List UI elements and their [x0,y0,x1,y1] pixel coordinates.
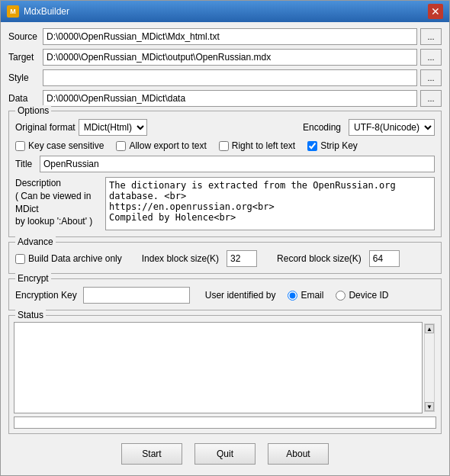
style-row: Style ... [8,69,442,86]
options-group: Options Original format MDict(Html) Enco… [8,111,442,237]
style-label: Style [8,72,43,83]
checkboxes-row: Key case sensitive Allow export to text … [15,140,435,151]
encryption-key-label: Encryption Key [15,290,77,301]
original-format-label: Original format [15,122,76,133]
index-block-label: Index block size(K) [142,253,219,264]
status-scrollbar[interactable]: ▲ ▼ [424,323,435,412]
export-text-checkbox[interactable] [116,141,126,151]
start-button[interactable]: Start [121,443,182,465]
description-input[interactable]: The dictionary is extracted from the Ope… [105,177,435,230]
title-bar-left: M MdxBuilder [7,5,69,18]
description-row: Description( Can be viewed in MDictby lo… [15,177,435,230]
advance-group-title: Advance [15,236,56,247]
data-input[interactable] [43,90,417,107]
advance-group: Advance Build Data archive only Index bl… [8,242,442,274]
title-bar: M MdxBuilder ✕ [1,1,449,22]
rtl-item[interactable]: Right to left text [219,140,295,151]
advance-row: Build Data archive only Index block size… [15,250,435,267]
key-case-item[interactable]: Key case sensitive [15,140,104,151]
data-browse-button[interactable]: ... [420,90,442,107]
email-label: Email [301,290,323,301]
device-id-radio[interactable] [336,291,346,301]
source-browse-button[interactable]: ... [420,28,442,45]
quit-button[interactable]: Quit [194,443,256,465]
target-browse-button[interactable]: ... [420,49,442,66]
content-area: Source ... Target ... Style ... Data ...… [1,22,449,475]
build-data-checkbox[interactable] [15,254,25,264]
rtl-checkbox[interactable] [219,141,229,151]
record-block-label: Record block size(K) [277,253,362,264]
title-input[interactable] [40,156,435,172]
encoding-select[interactable]: UTF-8(Unicode) [349,119,435,136]
main-window: M MdxBuilder ✕ Source ... Target ... Sty… [0,0,450,476]
original-format-select[interactable]: MDict(Html) [79,119,147,136]
button-row: Start Quit About [8,440,442,469]
progress-bar [14,416,436,429]
style-input[interactable] [43,69,417,86]
key-case-label: Key case sensitive [28,140,104,151]
about-button[interactable]: About [268,443,329,465]
strip-key-label: Strip Key [320,140,358,151]
status-group-title: Status [15,310,46,320]
build-data-label: Build Data archive only [28,253,122,264]
strip-key-checkbox[interactable] [307,141,317,151]
record-block-input[interactable] [369,250,400,267]
title-field-label: Title [15,159,40,169]
encoding-area: Encoding UTF-8(Unicode) [303,119,435,136]
window-title: MdxBuilder [24,6,69,17]
status-group: Status ▲ ▼ [8,315,442,434]
target-row: Target ... [8,49,442,66]
email-radio[interactable] [288,291,297,301]
device-id-label: Device ID [349,290,388,301]
source-row: Source ... [8,28,442,45]
scroll-down-arrow[interactable]: ▼ [425,402,434,411]
source-label: Source [8,31,43,42]
options-group-title: Options [15,105,51,116]
export-text-item[interactable]: Allow export to text [116,140,206,151]
scroll-up-arrow[interactable]: ▲ [425,324,434,333]
user-identified-label: User identified by [205,290,276,301]
format-encoding-row: Original format MDict(Html) Encoding UTF… [15,119,435,136]
title-row: Title [15,156,435,172]
build-data-item[interactable]: Build Data archive only [15,253,122,264]
encrypt-group: Encrypt Encryption Key User identified b… [8,278,442,310]
encrypt-group-title: Encrypt [15,273,51,284]
encrypt-row: Encryption Key User identified by Email … [15,287,435,304]
device-id-radio-item[interactable]: Device ID [336,290,388,301]
app-icon: M [7,5,19,18]
target-input[interactable] [43,49,417,66]
status-wrapper: ▲ ▼ [14,322,436,413]
style-browse-button[interactable]: ... [420,69,442,86]
source-input[interactable] [43,28,417,45]
data-row: Data ... [8,90,442,107]
description-label: Description( Can be viewed in MDictby lo… [15,177,99,228]
email-radio-item[interactable]: Email [288,290,323,301]
export-text-label: Allow export to text [129,140,206,151]
target-label: Target [8,52,43,63]
key-case-checkbox[interactable] [15,141,25,151]
encoding-label: Encoding [303,122,341,133]
encryption-key-input[interactable] [83,287,190,304]
index-block-input[interactable] [227,250,257,267]
status-text-area [14,322,423,413]
strip-key-item[interactable]: Strip Key [307,140,358,151]
rtl-label: Right to left text [232,140,295,151]
data-label: Data [8,93,43,104]
close-button[interactable]: ✕ [428,4,443,19]
